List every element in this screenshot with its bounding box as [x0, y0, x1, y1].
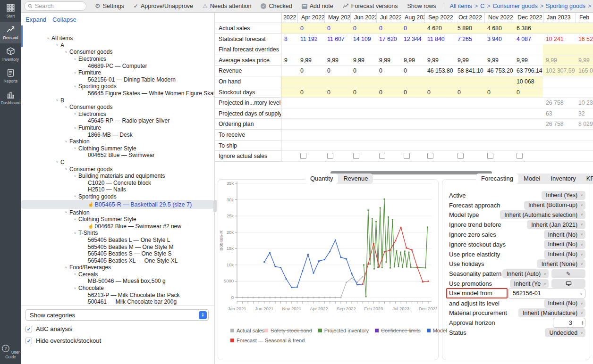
- tab-kpis[interactable]: KPIs: [581, 174, 593, 184]
- table-cell[interactable]: [484, 141, 514, 151]
- table-cell[interactable]: 0: [376, 66, 401, 76]
- tree-item[interactable]: 565405 Beatles L — One Style L: [21, 237, 214, 244]
- table-cell[interactable]: [455, 119, 484, 130]
- table-cell[interactable]: 6 386: [514, 23, 543, 34]
- table-cell[interactable]: [424, 151, 455, 162]
- table-cell[interactable]: 9,99: [576, 55, 593, 66]
- table-cell[interactable]: 3 940: [484, 34, 514, 45]
- table-cell[interactable]: [297, 76, 324, 87]
- chevron-down-icon[interactable]: ∨: [72, 112, 78, 116]
- table-cell[interactable]: [281, 87, 297, 98]
- table-cell[interactable]: [297, 44, 324, 55]
- field-select[interactable]: Inherit (Automatic selection)∨: [500, 210, 585, 219]
- ignore-sales-checkbox[interactable]: [327, 153, 333, 159]
- table-cell[interactable]: [350, 119, 376, 130]
- table-cell[interactable]: [401, 108, 424, 119]
- tree-item[interactable]: ∨Fashion: [21, 138, 214, 145]
- breadcrumb-item[interactable]: All items: [450, 3, 472, 9]
- column-header[interactable]: Feb: [576, 13, 593, 23]
- table-cell[interactable]: 0: [455, 87, 484, 98]
- table-cell[interactable]: [281, 130, 297, 141]
- tree-item[interactable]: ∨T-Shirts: [21, 230, 214, 237]
- table-cell[interactable]: 9,99: [455, 55, 484, 66]
- chevron-down-icon[interactable]: ∨: [63, 211, 69, 214]
- table-cell[interactable]: 0: [350, 87, 376, 98]
- ignore-sales-checkbox[interactable]: [379, 153, 385, 159]
- table-cell[interactable]: [324, 44, 350, 55]
- table-cell[interactable]: [514, 151, 543, 162]
- tree-item[interactable]: H2510 — Nails: [21, 186, 214, 193]
- table-cell[interactable]: [324, 119, 350, 130]
- table-cell[interactable]: [401, 98, 424, 108]
- tree-item[interactable]: ∨A: [21, 42, 214, 49]
- sidebar-item-inventory[interactable]: Inventory: [0, 43, 21, 65]
- ignore-sales-checkbox[interactable]: [404, 153, 410, 159]
- chevron-down-icon[interactable]: ∨: [63, 266, 69, 269]
- edit-pattern-button[interactable]: ✎: [551, 269, 585, 278]
- table-cell[interactable]: [281, 76, 297, 87]
- chevron-down-icon[interactable]: ∨: [72, 195, 78, 199]
- field-select[interactable]: Inherit (Yes)∨: [542, 191, 585, 200]
- show-rows-button[interactable]: Show rows: [402, 3, 441, 9]
- tree-item[interactable]: ☝B05465-R — Basketball 29.5 (size 7): [21, 200, 214, 209]
- ignore-sales-checkbox[interactable]: [517, 153, 523, 159]
- table-cell[interactable]: 165 0: [576, 66, 593, 76]
- tree-item[interactable]: 1866-MB — Desk: [21, 131, 214, 138]
- column-header[interactable]: Jan 2023: [543, 13, 576, 23]
- table-cell[interactable]: 0: [401, 23, 424, 34]
- table-cell[interactable]: [376, 76, 401, 87]
- table-cell[interactable]: [455, 141, 484, 151]
- table-cell[interactable]: [424, 76, 455, 87]
- table-cell[interactable]: 46 153,80: [424, 66, 455, 76]
- chevron-down-icon[interactable]: ∨: [72, 58, 78, 61]
- table-cell[interactable]: [297, 108, 324, 119]
- table-cell[interactable]: [514, 44, 543, 55]
- table-cell[interactable]: [376, 151, 401, 162]
- needs-attention-button[interactable]: ⚠Needs attention: [198, 3, 256, 9]
- table-cell[interactable]: [455, 98, 484, 108]
- table-cell[interactable]: [455, 151, 484, 162]
- column-header[interactable]: Apr 2022: [297, 13, 324, 23]
- table-cell[interactable]: [297, 141, 324, 151]
- table-cell[interactable]: [484, 98, 514, 108]
- chevron-down-icon[interactable]: ∨: [72, 126, 78, 130]
- tree-item[interactable]: ∨All items: [21, 35, 214, 42]
- tree-item[interactable]: ∨Furniture: [21, 124, 214, 132]
- breadcrumb-item[interactable]: C: [480, 3, 484, 9]
- chevron-down-icon[interactable]: ∨: [72, 232, 78, 235]
- table-cell[interactable]: [401, 141, 424, 151]
- tree-item[interactable]: C1020 — Concrete block: [21, 179, 214, 186]
- table-cell[interactable]: 4 087: [514, 34, 543, 45]
- column-header[interactable]: Nov 2022: [484, 13, 514, 23]
- table-cell[interactable]: [514, 119, 543, 130]
- tree-item[interactable]: ∨Clothing Summer Style: [21, 145, 214, 152]
- table-cell[interactable]: [350, 98, 376, 108]
- chevron-down-icon[interactable]: ∨: [45, 37, 51, 40]
- table-cell[interactable]: 10 241: [543, 34, 576, 45]
- chevron-down-icon[interactable]: ∨: [72, 71, 78, 74]
- table-cell[interactable]: [424, 108, 455, 119]
- table-cell[interactable]: 58 841,10: [455, 66, 484, 76]
- field-select[interactable]: Inherit (No)∨: [544, 240, 585, 249]
- table-cell[interactable]: [455, 130, 484, 141]
- ignore-sales-checkbox[interactable]: [353, 153, 359, 159]
- checkbox-icon[interactable]: ✓: [25, 326, 32, 332]
- table-cell[interactable]: 17 620: [376, 34, 401, 45]
- table-cell[interactable]: 0: [424, 87, 455, 98]
- chevron-down-icon[interactable]: ∨: [63, 167, 69, 171]
- table-cell[interactable]: [350, 141, 376, 151]
- table-cell[interactable]: [376, 98, 401, 108]
- table-cell[interactable]: [324, 108, 350, 119]
- table-cell[interactable]: [484, 76, 514, 87]
- column-header[interactable]: Dec 2022: [514, 13, 543, 23]
- table-cell[interactable]: [576, 76, 593, 87]
- tree-item[interactable]: 56213-P — Milk Chocolate Bar Pack: [21, 291, 214, 298]
- tree-item[interactable]: ∨Sporting goods: [21, 193, 214, 200]
- sidebar-item-start[interactable]: Start: [0, 0, 21, 22]
- ignore-sales-checkbox[interactable]: [300, 153, 306, 159]
- tree-item[interactable]: 004652 Blue — Swimwear: [21, 152, 214, 159]
- table-cell[interactable]: 9,99: [324, 55, 350, 66]
- table-cell[interactable]: 9: [281, 55, 297, 66]
- table-cell[interactable]: 4 620: [424, 23, 455, 34]
- table-cell[interactable]: [543, 141, 576, 151]
